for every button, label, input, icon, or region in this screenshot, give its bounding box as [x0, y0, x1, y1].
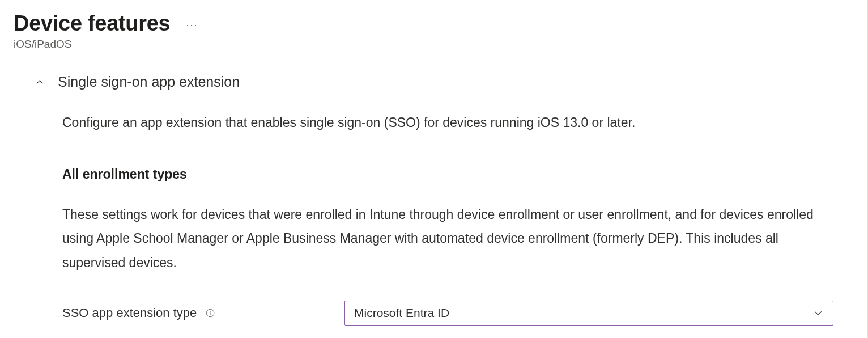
- section-description: Configure an app extension that enables …: [62, 113, 833, 133]
- section-toggle[interactable]: Single sign-on app extension: [34, 74, 833, 90]
- chevron-down-icon: [812, 307, 824, 319]
- chevron-up-icon: [34, 77, 45, 88]
- content-area: Single sign-on app extension Configure a…: [0, 61, 867, 326]
- section-body: Configure an app extension that enables …: [34, 90, 833, 326]
- page-title: Device features: [14, 11, 170, 36]
- page-header: Device features ··· iOS/iPadOS: [0, 0, 867, 61]
- sso-type-dropdown[interactable]: Microsoft Entra ID: [344, 301, 833, 326]
- info-icon[interactable]: [205, 307, 216, 319]
- more-actions-icon[interactable]: ···: [186, 19, 198, 31]
- sso-type-label: SSO app extension type: [62, 306, 197, 320]
- sso-type-label-wrap: SSO app extension type: [62, 306, 344, 320]
- sso-type-row: SSO app extension type Microsoft Entra I…: [62, 301, 833, 326]
- sso-type-value: Microsoft Entra ID: [354, 306, 449, 320]
- svg-point-2: [210, 311, 211, 312]
- section-title: Single sign-on app extension: [58, 74, 240, 90]
- enrollment-description: These settings work for devices that wer…: [62, 202, 833, 275]
- title-row: Device features ···: [14, 11, 854, 36]
- enrollment-heading: All enrollment types: [62, 167, 833, 182]
- page-subtitle: iOS/iPadOS: [14, 38, 854, 50]
